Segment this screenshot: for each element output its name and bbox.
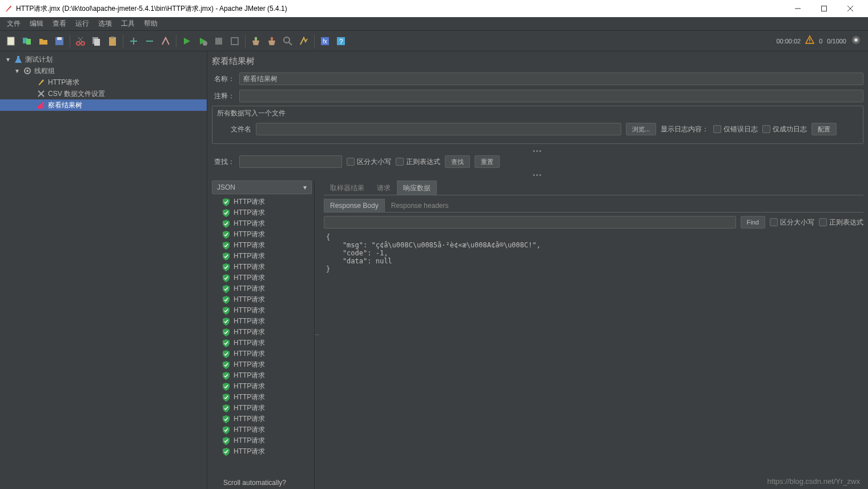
main-panel: 察看结果树 名称： 注释： 所有数据写入一个文件 文件名 浏览... 显示日志内… — [207, 51, 868, 489]
save-icon[interactable] — [52, 34, 67, 49]
svg-point-32 — [809, 42, 810, 43]
reset-button[interactable]: 重置 — [475, 155, 500, 168]
menu-view[interactable]: 查看 — [48, 18, 71, 30]
tab-request[interactable]: 请求 — [371, 181, 397, 195]
new-icon[interactable] — [4, 34, 19, 49]
case-sensitive-checkbox[interactable]: 区分大小写 — [347, 157, 391, 167]
regex-checkbox[interactable]: 正则表达式 — [396, 157, 440, 167]
result-row[interactable]: HTTP请求 — [212, 305, 312, 316]
thread-meter-icon — [851, 35, 861, 47]
result-row[interactable]: HTTP请求 — [212, 262, 312, 272]
response-body-text[interactable]: { "msg": "ç¢å\u008C\u0085å·²è¢«æ\u008A¢å… — [324, 229, 863, 489]
result-row[interactable]: HTTP请求 — [212, 229, 312, 240]
result-row[interactable]: HTTP请求 — [212, 283, 312, 294]
subtab-response-body[interactable]: Response Body — [324, 199, 385, 212]
result-row[interactable]: HTTP请求 — [212, 294, 312, 305]
collapse-icon[interactable] — [142, 34, 157, 49]
search-icon[interactable] — [280, 34, 295, 49]
menu-help[interactable]: 帮助 — [139, 18, 162, 30]
comment-input[interactable] — [239, 90, 863, 102]
elapsed-timer: 00:00:02 — [776, 38, 801, 45]
tree-search-input[interactable] — [239, 155, 342, 168]
find-input[interactable] — [324, 216, 736, 229]
tree-item-results[interactable]: 察看结果树 — [0, 99, 207, 111]
tree-item-http[interactable]: HTTP请求 — [0, 77, 207, 88]
result-row[interactable]: HTTP请求 — [212, 424, 312, 435]
stop-icon[interactable] — [211, 34, 226, 49]
copy-icon[interactable] — [89, 34, 104, 49]
toggle-icon[interactable] — [158, 34, 173, 49]
filename-input[interactable] — [256, 123, 621, 135]
result-row[interactable]: HTTP请求 — [212, 218, 312, 229]
splitter-handle[interactable]: ••• — [212, 147, 863, 154]
paste-icon[interactable] — [105, 34, 120, 49]
renderer-value: JSON — [217, 183, 235, 191]
start-notimers-icon[interactable] — [195, 34, 210, 49]
renderer-select[interactable]: JSON ▾ — [212, 181, 312, 194]
find-case-checkbox[interactable]: 区分大小写 — [770, 218, 814, 227]
chevron-down-icon[interactable]: ▾ — [5, 55, 11, 63]
result-row[interactable]: HTTP请求 — [212, 327, 312, 338]
result-row[interactable]: HTTP请求 — [212, 435, 312, 446]
menu-run[interactable]: 运行 — [71, 18, 94, 30]
expand-icon[interactable] — [126, 34, 141, 49]
start-icon[interactable] — [179, 34, 194, 49]
subtab-response-headers[interactable]: Response headers — [385, 199, 455, 212]
cut-icon[interactable] — [73, 34, 88, 49]
help-icon[interactable]: ? — [333, 34, 348, 49]
tree-thread-group[interactable]: ▾ 线程组 — [0, 65, 207, 77]
reset-search-icon[interactable] — [296, 34, 311, 49]
results-list[interactable]: HTTP请求HTTP请求HTTP请求HTTP请求HTTP请求HTTP请求HTTP… — [212, 197, 312, 476]
only-errors-checkbox[interactable]: 仅错误日志 — [713, 125, 758, 134]
menu-file[interactable]: 文件 — [2, 18, 25, 30]
tab-response-data[interactable]: 响应数据 — [397, 181, 437, 195]
result-row[interactable]: HTTP请求 — [212, 348, 312, 359]
scroll-auto-checkbox[interactable]: Scroll automatically? — [212, 476, 312, 489]
menu-edit[interactable]: 编辑 — [25, 18, 48, 30]
chevron-down-icon[interactable]: ▾ — [14, 67, 21, 75]
search-button[interactable]: 查找 — [445, 155, 470, 168]
result-row[interactable]: HTTP请求 — [212, 251, 312, 262]
tree-label: 测试计划 — [25, 55, 53, 65]
result-row[interactable]: HTTP请求 — [212, 446, 312, 457]
result-row[interactable]: HTTP请求 — [212, 359, 312, 370]
svg-point-34 — [854, 38, 858, 42]
name-input[interactable] — [239, 73, 863, 85]
find-button[interactable]: Find — [741, 216, 765, 229]
success-shield-icon — [222, 372, 230, 380]
result-row[interactable]: HTTP请求 — [212, 414, 312, 424]
warning-icon[interactable] — [805, 35, 814, 46]
menu-tools[interactable]: 工具 — [116, 18, 139, 30]
result-row[interactable]: HTTP请求 — [212, 392, 312, 403]
tab-sampler-result[interactable]: 取样器结果 — [324, 181, 371, 195]
result-row[interactable]: HTTP请求 — [212, 381, 312, 392]
result-row[interactable]: HTTP请求 — [212, 197, 312, 207]
templates-icon[interactable] — [20, 34, 35, 49]
result-row[interactable]: HTTP请求 — [212, 316, 312, 327]
find-regex-checkbox[interactable]: 正则表达式 — [819, 218, 863, 227]
tree-test-plan[interactable]: ▾ 测试计划 — [0, 54, 207, 65]
result-row[interactable]: HTTP请求 — [212, 338, 312, 348]
close-button[interactable] — [837, 0, 863, 17]
result-row[interactable]: HTTP请求 — [212, 370, 312, 381]
result-row[interactable]: HTTP请求 — [212, 240, 312, 251]
shutdown-icon[interactable] — [227, 34, 242, 49]
clear-all-icon[interactable] — [264, 34, 279, 49]
browse-button[interactable]: 浏览... — [626, 123, 656, 135]
result-row[interactable]: HTTP请求 — [212, 272, 312, 283]
function-helper-icon[interactable]: fx — [318, 34, 332, 49]
success-shield-icon — [222, 350, 230, 358]
menu-options[interactable]: 选项 — [94, 18, 116, 30]
result-row[interactable]: HTTP请求 — [212, 207, 312, 218]
splitter-handle[interactable]: ••• — [212, 171, 863, 178]
configure-button[interactable]: 配置 — [811, 123, 837, 135]
svg-rect-16 — [111, 37, 114, 38]
vertical-splitter[interactable]: ⋮ — [315, 181, 319, 489]
maximize-button[interactable] — [811, 0, 837, 17]
result-row[interactable]: HTTP请求 — [212, 403, 312, 414]
open-icon[interactable] — [36, 34, 51, 49]
clear-icon[interactable] — [248, 34, 263, 49]
minimize-button[interactable] — [785, 0, 811, 17]
tree-item-csv[interactable]: CSV 数据文件设置 — [0, 88, 207, 99]
only-success-checkbox[interactable]: 仅成功日志 — [762, 125, 807, 134]
